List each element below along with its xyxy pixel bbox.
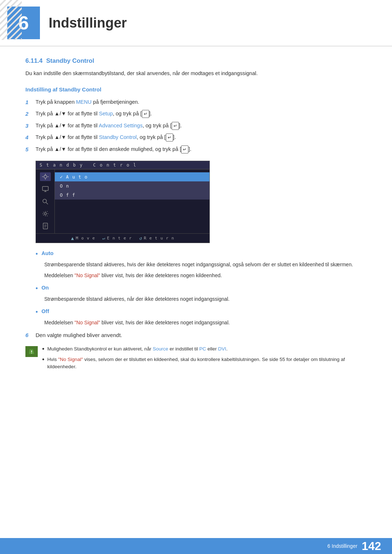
note1-dvi: DVI bbox=[218, 346, 226, 352]
bullet-auto-section: • Auto Strømbesparende tilstand aktivere… bbox=[36, 250, 367, 280]
step4-standby-highlight: Standby Control bbox=[99, 134, 137, 140]
page-content: 6.11.4 Standby Control Du kan indstille … bbox=[0, 57, 392, 394]
subsection-title: Indstilling af Standby Control bbox=[25, 86, 367, 93]
osd-item-auto: ✓ A u t o bbox=[55, 172, 209, 181]
section-title: Standby Control bbox=[46, 57, 94, 65]
note1-source: Source bbox=[153, 346, 168, 352]
osd-move-label: M o v e bbox=[76, 236, 95, 241]
steps-list: 1 Tryk på knappen MENU på fjernbetjening… bbox=[25, 98, 367, 154]
bullet-on-item: • On bbox=[36, 285, 367, 293]
bullet-off-section: • Off Meddelelsen "No Signal" bliver vis… bbox=[36, 308, 367, 327]
bullet-auto-item: • Auto bbox=[36, 250, 367, 259]
step-num-1: 1 bbox=[25, 98, 36, 107]
note-icon bbox=[25, 346, 38, 357]
step-6: 6 Den valgte mulighed bliver anvendt. bbox=[25, 332, 367, 338]
osd-nav-return: ↺ R e t u r n bbox=[139, 235, 174, 241]
no-signal-quote-off: "No Signal" bbox=[74, 320, 100, 325]
step1-menu-highlight: MENU bbox=[76, 99, 92, 105]
osd-on-label: O n bbox=[60, 183, 69, 189]
bullet-on-desc: Strømbesparende tilstand aktiveres, når … bbox=[44, 295, 367, 303]
svg-point-16 bbox=[31, 353, 32, 353]
svg-line-9 bbox=[46, 202, 48, 204]
enter-icon-5: ↵ bbox=[181, 145, 188, 153]
bullet-dot-auto: • bbox=[36, 250, 38, 259]
note-bullets-list: • Muligheden Standbykontrol er kun aktiv… bbox=[42, 345, 367, 371]
step-1: 1 Tryk på knappen MENU på fjernbetjening… bbox=[25, 98, 367, 107]
stripe-decoration bbox=[0, 0, 22, 40]
step-num-6: 6 bbox=[25, 332, 36, 338]
bullet-on-section: • On Strømbesparende tilstand aktiveres,… bbox=[36, 285, 367, 303]
osd-body: ✓ A u t o O n O f f bbox=[36, 169, 209, 233]
step-text-3: Tryk på ▲/▼ for at flytte til Advanced S… bbox=[36, 122, 367, 130]
section-header: 6.11.4 Standby Control bbox=[25, 57, 367, 65]
note-content: • Muligheden Standbykontrol er kun aktiv… bbox=[42, 345, 367, 373]
osd-icon-2 bbox=[40, 185, 51, 193]
step-num-2: 2 bbox=[25, 110, 36, 118]
note1-pc: PC bbox=[199, 346, 206, 352]
footer-label: 6 Indstillinger bbox=[327, 543, 358, 549]
osd-icon-3 bbox=[40, 197, 51, 206]
step-num-3: 3 bbox=[25, 122, 36, 130]
note-bullet-2: • bbox=[42, 355, 44, 364]
osd-return-label: R e t u r n bbox=[144, 236, 174, 241]
bullet-off-desc: Meddelelsen "No Signal" bliver vist, hvi… bbox=[44, 319, 367, 327]
step-4: 4 Tryk på ▲/▼ for at flytte til Standby … bbox=[25, 134, 367, 142]
note-section: • Muligheden Standbykontrol er kun aktiv… bbox=[25, 345, 367, 373]
bullet-dot-on: • bbox=[36, 284, 38, 293]
page-number: 142 bbox=[362, 539, 381, 553]
osd-auto-label: A u t o bbox=[66, 174, 88, 180]
note2-no-signal: "No Signal" bbox=[58, 357, 83, 362]
page-header: 6 Indstillinger bbox=[0, 0, 392, 46]
osd-item-off: O f f bbox=[55, 190, 209, 200]
svg-point-8 bbox=[43, 199, 46, 203]
bullet-off-item: • Off bbox=[36, 308, 367, 317]
osd-nav-move: ▲ M o v e bbox=[71, 235, 95, 241]
osd-enter-label: E n t e r bbox=[107, 236, 132, 241]
bullet-auto-desc1: Strømbesparende tilstand aktiveres, hvis… bbox=[44, 261, 367, 269]
step-2: 2 Tryk på ▲/▼ for at flytte til Setup, o… bbox=[25, 110, 367, 118]
bullet-dot-off: • bbox=[36, 308, 38, 317]
bullet-auto-desc2: Meddelelsen "No Signal" bliver vist, hvi… bbox=[44, 272, 367, 280]
note-item-1: • Muligheden Standbykontrol er kun aktiv… bbox=[42, 345, 367, 354]
osd-icon-1 bbox=[40, 172, 51, 181]
step-text-4: Tryk på ▲/▼ for at flytte til Standby Co… bbox=[36, 134, 367, 141]
step-num-5: 5 bbox=[25, 145, 36, 154]
osd-icon-4 bbox=[40, 209, 51, 218]
osd-menu-items: ✓ A u t o O n O f f bbox=[55, 169, 209, 233]
osd-move-icon: ▲ bbox=[71, 235, 74, 241]
step-text-2: Tryk på ▲/▼ for at flytte til Setup, og … bbox=[36, 110, 367, 118]
note-text-2: Hvis "No Signal" vises, selvom der er ti… bbox=[47, 356, 367, 371]
osd-icon-5 bbox=[40, 222, 51, 230]
step-num-4: 4 bbox=[25, 134, 36, 142]
note-text-1: Muligheden Standbykontrol er kun aktiver… bbox=[47, 345, 228, 353]
svg-rect-5 bbox=[42, 186, 48, 190]
osd-return-icon: ↺ bbox=[139, 235, 142, 241]
osd-item-on: O n bbox=[55, 181, 209, 190]
svg-point-0 bbox=[44, 175, 47, 178]
osd-off-label: O f f bbox=[60, 192, 75, 198]
svg-point-10 bbox=[44, 213, 46, 215]
osd-nav-enter: ↵ E n t e r bbox=[102, 235, 132, 241]
section-number: 6.11.4 bbox=[25, 57, 42, 65]
step-text-1: Tryk på knappen MENU på fjernbetjeningen… bbox=[36, 98, 367, 106]
osd-menu: S t a n d b y C o n t r o l bbox=[36, 161, 210, 243]
page-footer: 6 Indstillinger 142 bbox=[0, 538, 392, 554]
step2-setup-highlight: Setup bbox=[99, 111, 113, 116]
enter-icon-4: ↵ bbox=[166, 134, 173, 141]
note-item-2: • Hvis "No Signal" vises, selvom der er … bbox=[42, 356, 367, 371]
osd-checkmark-auto: ✓ bbox=[60, 174, 63, 180]
osd-nav-bar: ▲ M o v e ↵ E n t e r ↺ R e t u r n bbox=[36, 233, 209, 243]
step-text-5: Tryk på ▲/▼ for at flytte til den ønsked… bbox=[36, 145, 367, 153]
step-3: 3 Tryk på ▲/▼ for at flytte til Advanced… bbox=[25, 122, 367, 130]
no-signal-quote-auto: "No Signal" bbox=[74, 272, 100, 278]
osd-title: S t a n d b y C o n t r o l bbox=[36, 161, 209, 169]
step-5: 5 Tryk på ▲/▼ for at flytte til den ønsk… bbox=[25, 145, 367, 154]
note-bullet-1: • bbox=[42, 345, 44, 354]
step3-adv-highlight: Advanced Settings bbox=[99, 123, 143, 128]
osd-enter-icon: ↵ bbox=[102, 235, 106, 241]
bullet-auto-label: Auto bbox=[41, 250, 53, 256]
intro-text: Du kan indstille den skærmstandbytilstan… bbox=[25, 70, 367, 78]
osd-sidebar bbox=[36, 169, 55, 233]
chapter-title: Indstillinger bbox=[49, 15, 127, 31]
enter-icon-3: ↵ bbox=[172, 122, 179, 130]
